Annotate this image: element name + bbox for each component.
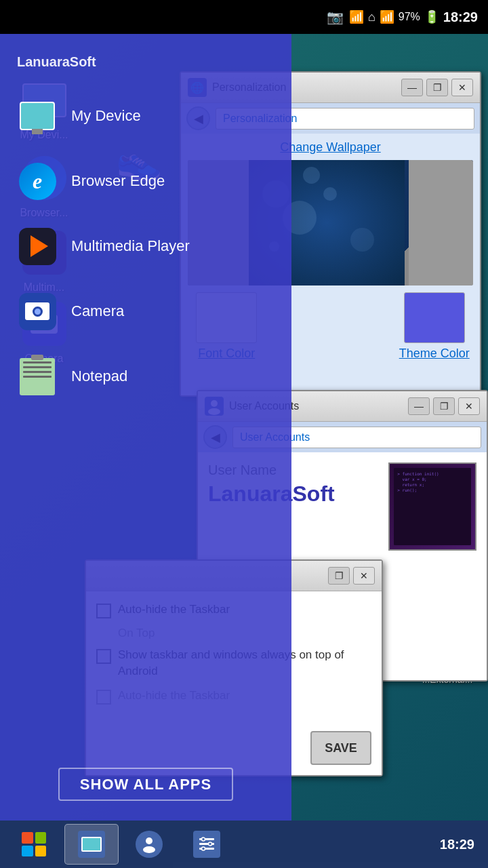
useraccount-taskbar-icon xyxy=(136,831,163,858)
drawer-notepad-label: Notepad xyxy=(71,368,127,385)
svg-point-6 xyxy=(143,846,155,853)
settings-taskbar-icon xyxy=(193,831,220,858)
show-all-apps[interactable]: SHOW ALL APPS xyxy=(0,762,291,807)
drawer-camera-icon xyxy=(17,291,58,332)
taskbar-time: 18:29 xyxy=(440,837,481,852)
personalization-minimize-btn[interactable]: — xyxy=(401,79,423,96)
drawer-edge-icon: e xyxy=(17,161,58,201)
status-bar: 📷 📶 ⌂ 📶 97% 🔋 18:29 xyxy=(0,0,488,34)
taskbar-start-btn[interactable] xyxy=(7,824,61,865)
useraccount-minimize-btn[interactable]: — xyxy=(408,397,430,415)
personalization-close-btn[interactable]: ✕ xyxy=(451,79,473,96)
theme-color-label[interactable]: Theme Color xyxy=(399,347,470,361)
theme-color-option[interactable]: Theme Color xyxy=(395,292,473,361)
drawer-item-browser-edge[interactable]: e Browser Edge xyxy=(0,149,291,214)
svg-point-12 xyxy=(202,847,205,850)
taskbar-window-controls[interactable]: ❐ ✕ xyxy=(328,567,375,585)
taskbar-close-btn[interactable]: ✕ xyxy=(353,567,375,585)
save-button[interactable]: SAVE xyxy=(310,731,371,765)
drawer-item-multimedia[interactable]: Multimedia Player xyxy=(0,214,291,279)
drawer-my-device-label: My Device xyxy=(71,107,141,125)
drawer-multimedia-label: Multimedia Player xyxy=(71,237,190,255)
battery-level: 97% xyxy=(399,11,420,23)
taskbar-restore-btn[interactable]: ❐ xyxy=(328,567,350,585)
drawer-notepad-icon xyxy=(17,356,58,397)
taskbar-settings-btn[interactable] xyxy=(180,824,234,865)
drawer-camera-label: Camera xyxy=(71,302,124,320)
taskbar-personalization-btn[interactable] xyxy=(64,824,119,865)
personalization-taskbar-icon xyxy=(78,831,105,858)
show-all-apps-text[interactable]: SHOW ALL APPS xyxy=(58,768,233,801)
drawer-header: LanuaraSoft xyxy=(0,47,291,83)
useraccount-restore-btn[interactable]: ❐ xyxy=(433,397,455,415)
battery-icon: 🔋 xyxy=(424,9,439,24)
drawer-monitor-icon xyxy=(17,96,58,136)
windows-logo-icon xyxy=(22,832,46,856)
useraccount-close-btn[interactable]: ✕ xyxy=(458,397,480,415)
home-icon: ⌂ xyxy=(368,10,375,24)
signal-icon: 📶 xyxy=(380,9,394,24)
personalization-restore-btn[interactable]: ❐ xyxy=(426,79,448,96)
save-btn-container: SAVE xyxy=(310,731,371,765)
useraccount-window-controls[interactable]: — ❐ ✕ xyxy=(408,397,480,415)
drawer-browser-edge-label: Browser Edge xyxy=(71,172,165,190)
wifi-icon: 📶 xyxy=(349,9,364,24)
theme-color-swatch xyxy=(404,292,465,343)
taskbar-useraccount-btn[interactable] xyxy=(122,824,176,865)
svg-point-10 xyxy=(202,837,205,841)
taskbar: 18:29 xyxy=(0,821,488,868)
drawer-item-my-device[interactable]: My Device xyxy=(0,83,291,149)
svg-point-11 xyxy=(209,842,212,846)
svg-point-5 xyxy=(146,837,152,844)
drawer-item-notepad[interactable]: Notepad xyxy=(0,344,291,409)
drawer-item-camera[interactable]: Camera xyxy=(0,279,291,344)
ua-avatar: > function init() var x = 0; return x; >… xyxy=(388,462,476,551)
screenshot-icon: 📷 xyxy=(327,9,344,25)
drawer-multimedia-icon xyxy=(17,226,58,267)
status-icons: 📶 ⌂ 📶 97% 🔋 18:29 xyxy=(349,9,478,25)
personalization-window-controls[interactable]: — ❐ ✕ xyxy=(401,79,473,96)
app-drawer: LanuaraSoft My Device e Browser Edge Mul… xyxy=(0,34,291,821)
time-display: 18:29 xyxy=(443,9,478,25)
